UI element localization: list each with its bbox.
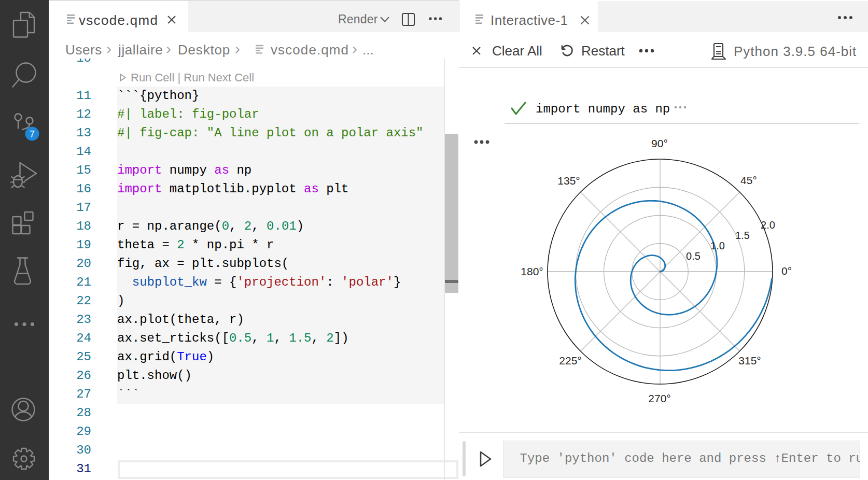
svg-text:315°: 315° — [738, 355, 761, 366]
svg-text:225°: 225° — [559, 355, 581, 366]
svg-text:45°: 45° — [740, 174, 757, 186]
svg-text:180°: 180° — [521, 265, 543, 277]
svg-text:0°: 0° — [781, 265, 792, 277]
svg-text:270°: 270° — [648, 392, 670, 404]
svg-text:2.0: 2.0 — [761, 219, 775, 231]
svg-text:0.5: 0.5 — [686, 250, 701, 262]
svg-text:135°: 135° — [557, 175, 580, 187]
svg-text:90°: 90° — [651, 137, 668, 149]
svg-text:1.5: 1.5 — [735, 230, 750, 241]
svg-text:7: 7 — [30, 129, 35, 139]
svg-text:1.0: 1.0 — [710, 240, 725, 251]
